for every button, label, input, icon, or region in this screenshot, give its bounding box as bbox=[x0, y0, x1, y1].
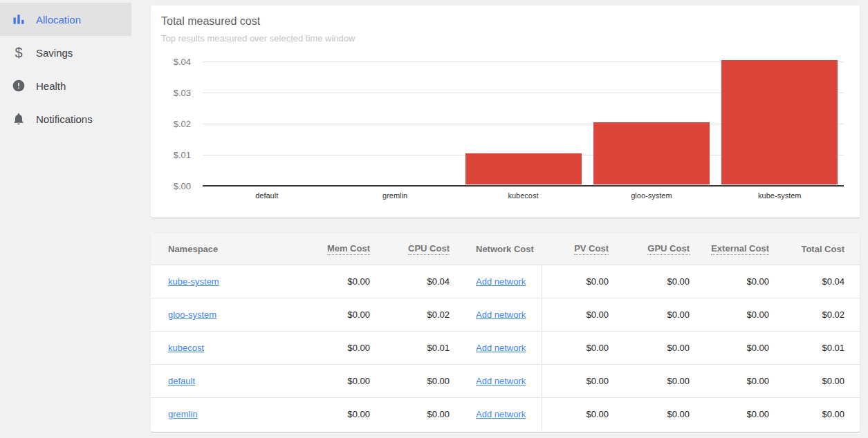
total-measured-cost-card: Total measured cost Top results measured… bbox=[151, 6, 860, 218]
sidebar-item-allocation[interactable]: Allocation bbox=[0, 3, 131, 36]
add-network-link[interactable]: Add network bbox=[476, 343, 526, 353]
add-network-link[interactable]: Add network bbox=[476, 310, 526, 320]
x-axis-tick-label: kube-system bbox=[758, 191, 801, 200]
mem-cost-cell: $0.00 bbox=[299, 298, 370, 331]
cpu-cost-cell: $0.00 bbox=[370, 398, 450, 430]
sidebar-item-label: Savings bbox=[36, 47, 73, 59]
table-row: gremlin $0.00 $0.00 Add network $0.00 $0… bbox=[151, 398, 860, 430]
y-axis-tick-label: $.02 bbox=[174, 119, 191, 129]
table-header-row: Namespace Mem Cost CPU Cost Network Cost… bbox=[151, 233, 860, 265]
chart-subtitle: Top results measured over selected time … bbox=[161, 33, 355, 44]
column-header-gpu-cost[interactable]: GPU Cost bbox=[609, 233, 690, 265]
total-cost-cell: $0.02 bbox=[769, 298, 860, 331]
mem-cost-cell: $0.00 bbox=[299, 365, 370, 397]
mem-cost-cell: $0.00 bbox=[299, 398, 370, 430]
table-row: kubecost $0.00 $0.01 Add network $0.00 $… bbox=[151, 332, 860, 365]
pv-cost-cell: $0.00 bbox=[542, 398, 609, 430]
sidebar-item-label: Health bbox=[36, 80, 66, 92]
external-cost-cell: $0.00 bbox=[690, 265, 769, 298]
sidebar: Allocation $ Savings Health Notification… bbox=[0, 3, 131, 135]
sidebar-item-notifications[interactable]: Notifications bbox=[0, 102, 131, 135]
bell-icon bbox=[11, 111, 26, 126]
sidebar-item-label: Allocation bbox=[36, 14, 81, 26]
chart-bar-kube-system[interactable] bbox=[721, 60, 838, 184]
sidebar-item-label: Notifications bbox=[36, 113, 93, 125]
table-row: default $0.00 $0.00 Add network $0.00 $0… bbox=[151, 365, 860, 398]
x-axis-tick-label: kubecost bbox=[508, 191, 538, 200]
cpu-cost-cell: $0.04 bbox=[370, 265, 450, 298]
column-header-network-cost: Network Cost bbox=[450, 233, 542, 265]
cost-table-card: Namespace Mem Cost CPU Cost Network Cost… bbox=[151, 233, 860, 432]
column-header-external-cost[interactable]: External Cost bbox=[690, 233, 769, 265]
cpu-cost-cell: $0.02 bbox=[370, 298, 450, 331]
x-axis-line bbox=[203, 185, 844, 187]
external-cost-cell: $0.00 bbox=[690, 332, 769, 364]
x-axis-tick-label: gloo-system bbox=[631, 191, 672, 200]
external-cost-cell: $0.00 bbox=[690, 298, 769, 331]
y-axis-tick-label: $.01 bbox=[174, 150, 191, 160]
gpu-cost-cell: $0.00 bbox=[609, 265, 690, 298]
total-cost-cell: $0.00 bbox=[769, 398, 860, 430]
health-icon bbox=[11, 78, 26, 93]
y-axis-tick-label: $.00 bbox=[174, 181, 191, 191]
dollar-icon: $ bbox=[11, 45, 26, 60]
add-network-link[interactable]: Add network bbox=[476, 409, 526, 419]
pv-cost-cell: $0.00 bbox=[542, 365, 609, 397]
total-cost-cell: $0.01 bbox=[769, 332, 860, 364]
column-header-cpu-cost[interactable]: CPU Cost bbox=[370, 233, 450, 265]
namespace-link[interactable]: kube-system bbox=[168, 276, 219, 287]
chart-bar-gloo-system[interactable] bbox=[593, 122, 710, 184]
pv-cost-cell: $0.00 bbox=[542, 332, 609, 364]
namespace-link[interactable]: kubecost bbox=[168, 343, 204, 353]
column-header-total-cost: Total Cost bbox=[769, 233, 860, 265]
table-row: gloo-system $0.00 $0.02 Add network $0.0… bbox=[151, 298, 860, 332]
cpu-cost-cell: $0.00 bbox=[370, 365, 450, 397]
add-network-link[interactable]: Add network bbox=[476, 276, 526, 287]
sidebar-item-health[interactable]: Health bbox=[0, 69, 131, 102]
chart-bar-kubecost[interactable] bbox=[465, 153, 582, 184]
bar-chart-plot: defaultgremlinkubecostgloo-systemkube-sy… bbox=[203, 61, 844, 186]
external-cost-cell: $0.00 bbox=[690, 398, 769, 430]
y-axis-tick-label: $.03 bbox=[174, 88, 191, 98]
x-axis-tick-label: default bbox=[255, 191, 278, 200]
column-header-mem-cost[interactable]: Mem Cost bbox=[299, 233, 370, 265]
namespace-link[interactable]: gloo-system bbox=[168, 310, 216, 320]
gpu-cost-cell: $0.00 bbox=[609, 298, 690, 331]
namespace-link[interactable]: default bbox=[168, 376, 195, 386]
table-row: kube-system $0.00 $0.04 Add network $0.0… bbox=[151, 265, 860, 298]
add-network-link[interactable]: Add network bbox=[476, 376, 526, 386]
sidebar-item-savings[interactable]: $ Savings bbox=[0, 36, 131, 69]
chart-title: Total measured cost bbox=[161, 15, 260, 28]
total-cost-cell: $0.00 bbox=[769, 365, 860, 397]
gpu-cost-cell: $0.00 bbox=[609, 332, 690, 364]
x-axis-tick-label: gremlin bbox=[382, 191, 407, 200]
external-cost-cell: $0.00 bbox=[690, 365, 769, 397]
gpu-cost-cell: $0.00 bbox=[609, 398, 690, 430]
chart-y-axis: $.04$.03$.02$.01$.00 bbox=[151, 61, 191, 186]
y-axis-tick-label: $.04 bbox=[174, 57, 191, 67]
pv-cost-cell: $0.00 bbox=[542, 298, 609, 331]
bar-chart-icon bbox=[11, 12, 26, 27]
total-cost-cell: $0.04 bbox=[769, 265, 860, 298]
column-header-namespace: Namespace bbox=[151, 233, 299, 265]
pv-cost-cell: $0.00 bbox=[542, 265, 609, 298]
namespace-link[interactable]: gremlin bbox=[168, 409, 198, 419]
mem-cost-cell: $0.00 bbox=[299, 265, 370, 298]
column-header-pv-cost[interactable]: PV Cost bbox=[542, 233, 609, 265]
cpu-cost-cell: $0.01 bbox=[370, 332, 450, 364]
gpu-cost-cell: $0.00 bbox=[609, 365, 690, 397]
mem-cost-cell: $0.00 bbox=[299, 332, 370, 364]
